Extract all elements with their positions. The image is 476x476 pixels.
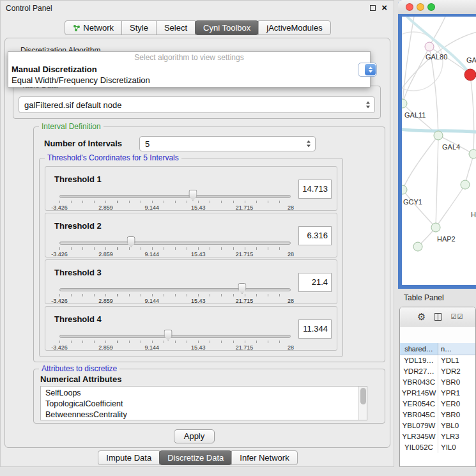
control-panel-titlebar: Control Panel × — [1, 1, 394, 16]
table-row[interactable]: YLR345WYLR3 — [400, 431, 475, 442]
table-cell-name[interactable]: YDL1 — [438, 355, 475, 366]
tab-network[interactable]: Network — [65, 20, 122, 35]
slider-ticks — [59, 294, 291, 296]
tab-select[interactable]: Select — [156, 20, 196, 35]
slider-track[interactable] — [59, 242, 291, 245]
table-row[interactable]: YDR27…YDR2 — [400, 366, 475, 377]
table-cell-name[interactable]: YBL0 — [438, 420, 475, 431]
algorithm-combo-stepper[interactable] — [358, 63, 377, 77]
tab-infer-network[interactable]: Infer Network — [231, 450, 297, 465]
algorithm-option-manual[interactable]: Manual Discretization — [8, 64, 370, 75]
threshold-row: Threshold 4 -3.4262.8599.14415.4321.7152… — [45, 306, 337, 351]
threshold-slider[interactable]: -3.4262.8599.14415.4321.71528 — [59, 283, 291, 303]
slider-thumb-icon[interactable] — [164, 330, 173, 341]
table-cell-shared-name[interactable]: YBR043C — [400, 377, 438, 388]
network-node[interactable] — [469, 150, 476, 158]
float-window-icon[interactable] — [370, 5, 376, 11]
table-cell-shared-name[interactable]: YDL19… — [400, 355, 438, 366]
slider-thumb-icon[interactable] — [238, 283, 246, 294]
traffic-light-minimize[interactable] — [417, 3, 424, 11]
network-node[interactable] — [425, 42, 434, 51]
network-canvas[interactable]: GAL80 GA GAL11 GAL4 GCY1 HAP2 H — [402, 17, 476, 285]
thresholds-group-label: Threshold's Coordinates for 5 Intervals — [45, 153, 181, 162]
table-cell-shared-name[interactable]: YBL079W — [400, 420, 438, 431]
table-cell-shared-name[interactable]: YBR045C — [400, 410, 438, 420]
network-node[interactable] — [434, 131, 443, 140]
scrollbar-thumb[interactable] — [360, 388, 366, 404]
table-row[interactable]: YBR043CYBR0 — [400, 377, 475, 388]
threshold-value-field[interactable]: 6.316 — [298, 226, 332, 245]
network-node[interactable] — [431, 223, 440, 232]
table-cell-name[interactable]: YBR0 — [438, 377, 475, 388]
slider-thumb-icon[interactable] — [127, 236, 135, 247]
tick-label: 15.43 — [191, 251, 206, 257]
traffic-light-zoom[interactable] — [427, 3, 435, 11]
table-toolbar-spacer — [400, 326, 475, 343]
list-scrollbar[interactable] — [358, 387, 367, 420]
algorithm-option-equal-width[interactable]: Equal Width/Frequency Discretization — [8, 75, 370, 86]
select-columns-icon[interactable]: ☑☑ — [450, 313, 463, 320]
tick-label: 9.144 — [145, 344, 160, 351]
table-cell-shared-name[interactable]: YPR145W — [400, 388, 438, 399]
threshold-slider[interactable]: -3.4262.8599.14415.4321.71528 — [59, 330, 291, 350]
table-cell-name[interactable]: YDR2 — [438, 366, 475, 377]
network-node[interactable] — [461, 180, 470, 189]
table-cell-shared-name[interactable]: YIL052C — [400, 442, 438, 453]
node-table-body: YDL19…YDL1YDR27…YDR2YBR043CYBR0YPR145WYP… — [400, 355, 475, 453]
table-cell-shared-name[interactable]: YLR345W — [400, 431, 438, 442]
table-cell-name[interactable]: YER0 — [438, 399, 475, 410]
slider-track[interactable] — [59, 288, 291, 291]
threshold-slider[interactable]: -3.4262.8599.14415.4321.71528 — [59, 236, 291, 257]
table-cell-name[interactable]: YPR1 — [438, 388, 475, 399]
number-of-intervals-combo[interactable]: 5 — [139, 136, 316, 151]
table-row[interactable]: YIL052CYIL0 — [400, 442, 475, 453]
column-header-name[interactable]: n… — [438, 343, 475, 355]
threshold-value-field[interactable]: 11.344 — [298, 319, 332, 339]
close-icon[interactable]: × — [381, 3, 387, 12]
threshold-label: Threshold 3 — [54, 268, 102, 277]
tab-style[interactable]: Style — [121, 20, 157, 35]
algorithm-combo-placeholder: Select algorithm to view settings — [8, 52, 370, 64]
table-cell-shared-name[interactable]: YDR27… — [400, 366, 438, 377]
network-node-selected[interactable] — [464, 69, 476, 81]
table-cell-shared-name[interactable]: YER054C — [400, 399, 438, 410]
threshold-slider[interactable]: -3.4262.8599.14415.4321.71528 — [59, 190, 291, 210]
column-header-shared-name[interactable]: shared… — [400, 343, 438, 355]
table-row[interactable]: YER054CYER0 — [400, 399, 475, 410]
window-title: Control Panel — [6, 4, 52, 13]
tab-discretize-data[interactable]: Discretize Data — [159, 450, 232, 465]
table-cell-name[interactable]: YLR3 — [438, 431, 475, 442]
traffic-light-close[interactable] — [406, 3, 413, 11]
tick-label: -3.426 — [51, 344, 68, 351]
tab-impute-data[interactable]: Impute Data — [98, 450, 160, 465]
table-cell-name[interactable]: YBR0 — [438, 410, 475, 420]
threshold-value-field[interactable]: 21.4 — [298, 273, 332, 292]
table-row[interactable]: YBR045CYBR0 — [400, 410, 475, 420]
combo-stepper-blue-cap — [365, 64, 376, 75]
apply-button[interactable]: Apply — [174, 429, 215, 443]
interval-definition-group: Interval Definition Number of Intervals … — [33, 127, 385, 362]
table-cell-name[interactable]: YIL0 — [438, 442, 475, 453]
list-item[interactable]: SelfLoops — [45, 388, 367, 399]
slider-thumb-icon[interactable] — [188, 190, 197, 201]
tab-jactivemodules[interactable]: jActiveModules — [258, 20, 330, 35]
table-data-combo[interactable]: galFiltered.sif default node — [19, 96, 375, 113]
tab-label: Select — [164, 21, 187, 35]
network-node[interactable] — [402, 185, 407, 194]
table-row[interactable]: YBL079WYBL0 — [400, 420, 475, 431]
node-label: GAL4 — [442, 143, 460, 151]
numerical-attributes-list[interactable]: SelfLoopsTopologicalCoefficientBetweenne… — [40, 386, 367, 420]
table-data-combo-value: galFiltered.sif default node — [24, 97, 363, 114]
table-row[interactable]: YDL19…YDL1 — [400, 355, 475, 366]
tab-cyni-toolbox[interactable]: Cyni Toolbox — [195, 20, 259, 35]
table-row[interactable]: YPR145WYPR1 — [400, 388, 475, 399]
list-item[interactable]: TopologicalCoefficient — [45, 399, 367, 410]
node-label: H — [471, 211, 476, 219]
columns-icon[interactable] — [434, 313, 442, 321]
threshold-value-field[interactable]: 14.713 — [298, 180, 332, 199]
network-node[interactable] — [413, 242, 422, 251]
slider-track[interactable] — [59, 195, 291, 198]
slider-track[interactable] — [59, 335, 291, 338]
gear-icon[interactable]: ⚙ — [417, 312, 426, 321]
list-item[interactable]: BetweennessCentrality — [45, 410, 367, 420]
